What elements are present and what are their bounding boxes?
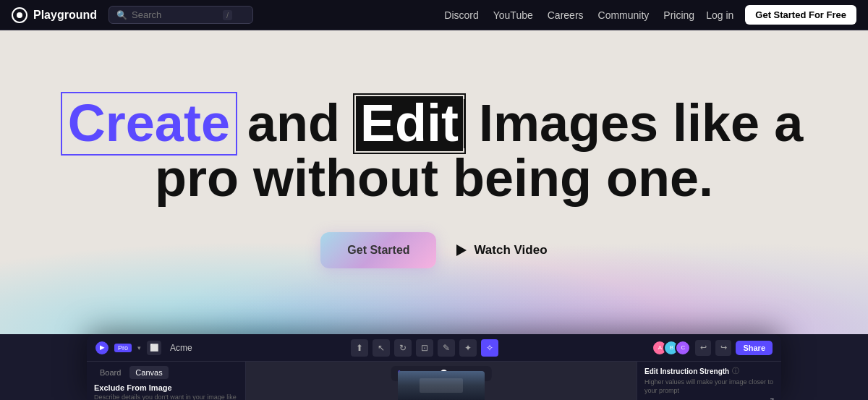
- app-logo-small: ▶: [95, 341, 109, 354]
- app-toolbar-center: ⬆ ↖ ↻ ⊡ ✎ ✦ ✧: [351, 339, 498, 357]
- app-chevron-icon: ▾: [137, 344, 141, 352]
- canvas-image-preview: [398, 371, 485, 400]
- app-titlebar: ▶ Pro ▾ ⬜ Acme ⬆ ↖ ↻ ⊡ ✎ ✦ ✧ A B C: [87, 334, 781, 362]
- app-avatars: A B C: [656, 340, 691, 356]
- hero-rest-text: Images like a: [464, 94, 803, 152]
- nav-link-discord[interactable]: Discord: [444, 9, 478, 21]
- logo[interactable]: Playground: [12, 7, 97, 23]
- app-sidebar: Board Canvas Exclude From Image Describe…: [87, 362, 246, 400]
- tool-magic[interactable]: ✧: [481, 339, 498, 357]
- hero-line1: Create and Edit Images like a: [65, 96, 803, 151]
- sidebar-tab-canvas[interactable]: Canvas: [129, 366, 168, 379]
- play-icon: [456, 244, 467, 256]
- tool-select[interactable]: ↖: [373, 339, 390, 357]
- app-badge: Pro: [114, 344, 132, 352]
- sidebar-section-label: Exclude From Image: [94, 383, 238, 392]
- panel-desc-text: Higher values will make your image close…: [644, 378, 774, 395]
- get-started-nav-button[interactable]: Get Started For Free: [745, 5, 856, 25]
- search-icon: 🔍: [116, 10, 127, 20]
- search-slash-badge: /: [223, 10, 232, 20]
- hero-and-text: and: [233, 94, 354, 152]
- app-window-btn[interactable]: ⬜: [147, 341, 161, 355]
- logo-circle: [17, 12, 22, 18]
- hero-headline: Create and Edit Images like a pro withou…: [65, 96, 803, 205]
- sidebar-tab-board[interactable]: Board: [94, 366, 127, 379]
- app-titlebar-right: A B C ↩ ↪ Share: [656, 340, 773, 356]
- app-canvas-area: ✎ ≡ 48 🗑: [246, 362, 637, 400]
- search-input[interactable]: [132, 9, 218, 20]
- login-link[interactable]: Log in: [706, 9, 733, 21]
- app-window: ▶ Pro ▾ ⬜ Acme ⬆ ↖ ↻ ⊡ ✎ ✦ ✧ A B C: [87, 334, 781, 400]
- app-body: Board Canvas Exclude From Image Describe…: [87, 362, 781, 400]
- nav-link-youtube[interactable]: YouTube: [493, 9, 533, 21]
- tool-crop[interactable]: ⊡: [416, 339, 433, 357]
- get-started-hero-button[interactable]: Get Started: [320, 232, 436, 268]
- watch-video-label: Watch Video: [474, 243, 547, 258]
- nav-link-pricing[interactable]: Pricing: [663, 9, 694, 21]
- hero-line2: pro without being one.: [65, 151, 803, 206]
- tool-pen[interactable]: ✎: [438, 339, 455, 357]
- app-preview: ▶ Pro ▾ ⬜ Acme ⬆ ↖ ↻ ⊡ ✎ ✦ ✧ A B C: [0, 334, 868, 400]
- app-tab-name: Acme: [170, 343, 192, 353]
- sidebar-section-desc: Describe details you don't want in your …: [94, 393, 238, 400]
- hero-buttons: Get Started Watch Video: [65, 232, 803, 268]
- panel-info-icon: ⓘ: [732, 366, 739, 376]
- avatar-3: C: [675, 340, 691, 356]
- nav-link-community[interactable]: Community: [598, 9, 650, 21]
- panel-title-row: Edit Instruction Strength ⓘ: [644, 366, 774, 376]
- share-button[interactable]: Share: [736, 341, 773, 355]
- hero-edit-word: Edit: [356, 96, 463, 151]
- app-sidebar-tabs: Board Canvas: [94, 366, 238, 379]
- hero-content: Create and Edit Images like a pro withou…: [22, 96, 846, 268]
- logo-text: Playground: [33, 9, 97, 22]
- hero-section: Create and Edit Images like a pro withou…: [0, 30, 868, 334]
- watch-video-button[interactable]: Watch Video: [456, 243, 547, 258]
- panel-title-text: Edit Instruction Strength: [644, 367, 729, 375]
- search-bar[interactable]: 🔍 /: [109, 6, 253, 24]
- undo-button[interactable]: ↩: [695, 340, 711, 356]
- tool-star[interactable]: ✦: [459, 339, 477, 357]
- nav-link-careers[interactable]: Careers: [548, 9, 584, 21]
- redo-button[interactable]: ↪: [715, 340, 731, 356]
- tool-export[interactable]: ⬆: [351, 339, 368, 357]
- tool-rotate[interactable]: ↻: [394, 339, 412, 357]
- logo-icon: [12, 7, 27, 23]
- nav-links: Discord YouTube Careers Community Pricin…: [444, 9, 694, 21]
- hero-create-word: Create: [65, 96, 233, 151]
- app-right-panel: Edit Instruction Strength ⓘ Higher value…: [637, 362, 781, 400]
- navbar: Playground 🔍 / Discord YouTube Careers C…: [0, 0, 868, 30]
